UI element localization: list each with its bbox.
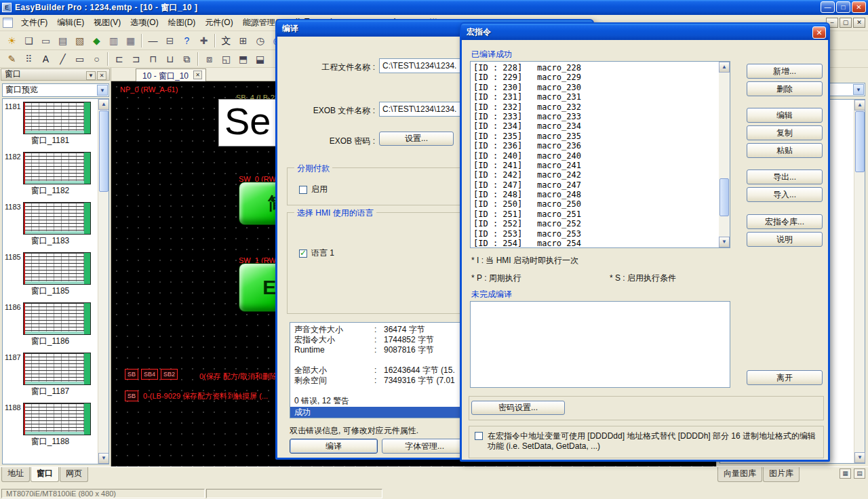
language1-checkbox[interactable] (299, 250, 307, 258)
macro-dialog-title[interactable]: 宏指令 (461, 24, 829, 40)
macro-edit-button[interactable]: 编辑 (747, 108, 823, 123)
window-list-item[interactable]: 1183窗口_1183 (3, 199, 98, 250)
panel-close-icon[interactable]: ✕ (97, 71, 106, 80)
window-list-item[interactable]: 1185窗口_1185 (3, 250, 98, 300)
macro-import-button[interactable]: 导入... (747, 187, 823, 202)
new-window-icon[interactable]: ❏ (20, 33, 37, 48)
window-list-item[interactable]: 1181窗口_1181 (3, 99, 98, 149)
menu-item[interactable]: 视图(V) (89, 14, 125, 31)
align-bottom-icon[interactable]: ⊔ (161, 52, 178, 66)
maximize-button[interactable]: □ (836, 1, 850, 13)
measure-icon[interactable]: ▭ (37, 33, 54, 48)
minus-icon[interactable]: — (144, 33, 161, 48)
macro-list-scrollbar[interactable]: ▲ ▼ (719, 62, 730, 247)
macro-list-item[interactable]: [ID : 229] macro_229 (473, 73, 718, 82)
scroll-down-icon[interactable]: ▼ (98, 453, 109, 464)
window-list-scrollbar[interactable]: ▲ ▼ (98, 99, 108, 464)
macro-paste-button[interactable]: 粘贴 (747, 143, 823, 158)
address-format-checkbox[interactable] (475, 432, 483, 440)
language1-checkbox-row[interactable]: 语言 1 (299, 247, 334, 259)
sb-object[interactable]: SB4 (141, 369, 158, 380)
library-scrollbar[interactable]: ▲ ▼ (854, 100, 865, 463)
macro-new-button[interactable]: 新增... (747, 64, 823, 79)
window-thumbnail[interactable] (23, 302, 91, 335)
list-view-icon[interactable]: ▤ (854, 468, 865, 479)
exob-password-set-button[interactable]: 设置... (379, 132, 454, 146)
macro-list-item[interactable]: [ID : 248] macro_248 (473, 190, 718, 199)
scroll-thumb[interactable] (99, 111, 108, 192)
add-window-icon[interactable]: ⊞ (235, 33, 252, 48)
compile-button[interactable]: 编译 (290, 439, 378, 454)
macro-list-item[interactable]: [ID : 235] macro_235 (473, 132, 718, 141)
window-thumbnail[interactable] (23, 152, 91, 184)
chevron-down-icon[interactable]: ▼ (853, 84, 864, 95)
group-icon[interactable]: ⧈ (201, 52, 218, 66)
window-list-item[interactable]: 1182窗口_1182 (3, 149, 98, 199)
macro-list-item[interactable]: [ID : 241] macro_241 (473, 161, 718, 170)
menu-item[interactable]: 文件(F) (16, 14, 52, 31)
macro-list-item[interactable]: [ID : 242] macro_242 (473, 170, 718, 180)
mdi-close-button[interactable]: ✕ (853, 18, 865, 28)
enable-checkbox-row[interactable]: 启用 (299, 184, 328, 195)
tab-网页[interactable]: 网页 (60, 467, 88, 482)
line-tool-icon[interactable]: ╱ (54, 52, 71, 66)
password-settings-button[interactable]: 密码设置... (471, 401, 565, 415)
macro-list-item[interactable]: [ID : 234] macro_234 (473, 121, 718, 131)
macro-copy-button[interactable]: 复制 (747, 125, 823, 140)
macro-list-item[interactable]: [ID : 240] macro_240 (473, 151, 718, 161)
language-icon[interactable]: 文 (218, 33, 235, 48)
clipboard-icon[interactable]: ▥ (105, 33, 122, 48)
window-list-item[interactable]: 1186窗口_1186 (3, 300, 98, 350)
window-thumbnail[interactable] (23, 403, 91, 435)
mdi-restore-button[interactable]: ▢ (840, 18, 852, 28)
layer-up-icon[interactable]: ⬒ (235, 52, 252, 66)
align-left-icon[interactable]: ⊏ (111, 52, 127, 66)
window-thumbnail[interactable] (23, 102, 91, 134)
macro-list-item[interactable]: [ID : 236] macro_236 (473, 141, 718, 151)
scroll-up-icon[interactable]: ▲ (854, 100, 865, 111)
address-book-icon[interactable]: ▧ (71, 33, 88, 48)
macro-list-item[interactable]: [ID : 252] macro_252 (473, 219, 718, 228)
scroll-thumb[interactable] (855, 111, 865, 172)
tab-向量图库[interactable]: 向量图库 (717, 467, 762, 482)
minimize-button[interactable]: — (821, 1, 835, 13)
ellipse-tool-icon[interactable]: ○ (88, 52, 105, 66)
align-right-icon[interactable]: ⊐ (127, 52, 144, 66)
compress-icon[interactable]: ⊟ (161, 33, 178, 48)
window-list-item[interactable]: 1188窗口_1188 (3, 400, 98, 450)
macro-close-button[interactable]: ✕ (812, 26, 826, 39)
menu-item[interactable]: 选项(O) (125, 14, 163, 31)
grid-view-icon[interactable]: ▦ (840, 468, 851, 479)
window-thumbnail[interactable] (23, 202, 91, 235)
font-management-button[interactable]: 字体管理... (382, 439, 467, 454)
enable-checkbox[interactable] (299, 186, 307, 194)
menu-item[interactable]: 元件(O) (200, 14, 237, 31)
green-diamond-icon[interactable]: ◆ (88, 33, 105, 48)
macro-list-item[interactable]: [ID : 250] macro_250 (473, 199, 718, 209)
macro-library-button[interactable]: 宏指令库... (747, 214, 823, 229)
menu-item[interactable]: 绘图(D) (163, 14, 201, 31)
window-thumbnail[interactable] (23, 252, 91, 285)
rect-tool-icon[interactable]: ▭ (71, 52, 88, 66)
sb-object[interactable]: SB2 (161, 369, 178, 380)
tab-地址[interactable]: 地址 (1, 467, 30, 482)
context-help-icon[interactable]: ✚ (195, 33, 212, 48)
window-list-item[interactable]: 1187窗口_1187 (3, 350, 98, 400)
macro-list-item[interactable]: [ID : 233] macro_233 (473, 112, 718, 121)
scroll-down-icon[interactable]: ▼ (854, 452, 865, 463)
panel-menu-icon[interactable]: ▼ (86, 71, 96, 80)
scroll-thumb[interactable] (719, 178, 729, 216)
macro-list-item[interactable]: [ID : 228] macro_228 (473, 63, 718, 73)
scroll-up-icon[interactable]: ▲ (98, 99, 109, 110)
sb-object[interactable]: SB (125, 369, 138, 380)
pencil-icon[interactable]: ✎ (3, 52, 20, 66)
help-icon[interactable]: ? (178, 33, 195, 48)
scroll-down-icon[interactable]: ▼ (719, 237, 730, 247)
macro-exit-button[interactable]: 离开 (747, 370, 823, 385)
snap-grid-icon[interactable]: ⠿ (20, 52, 37, 66)
chevron-down-icon[interactable]: ▼ (97, 85, 108, 96)
tab-window-10[interactable]: 10 - 窗口_10 ✕ (136, 68, 206, 81)
ungroup-icon[interactable]: ◱ (218, 52, 235, 66)
window-thumbnail[interactable] (23, 353, 91, 385)
macro-list-item[interactable]: [ID : 231] macro_231 (473, 92, 718, 102)
